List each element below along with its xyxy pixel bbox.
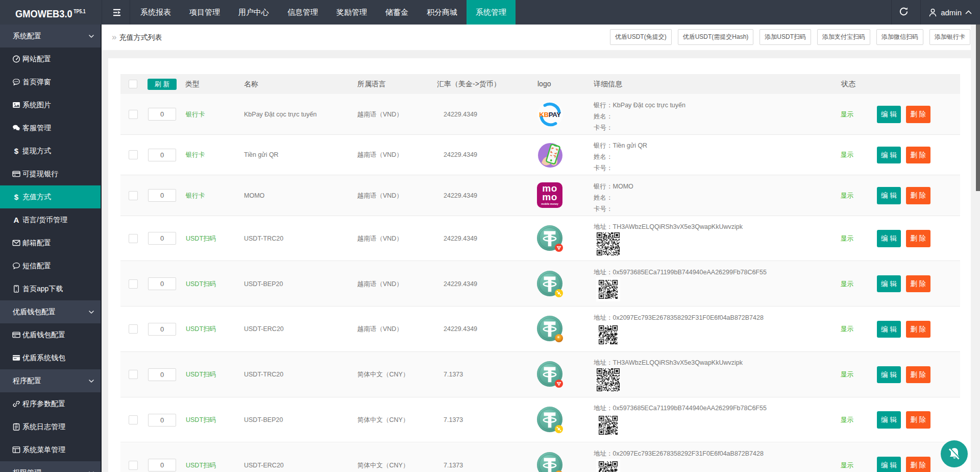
- svg-text:KBPAY: KBPAY: [539, 111, 561, 119]
